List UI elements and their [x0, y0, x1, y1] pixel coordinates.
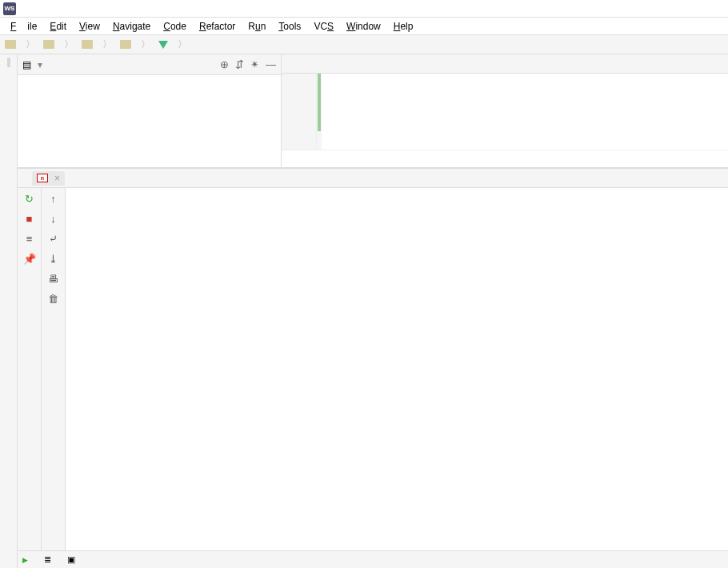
down-icon[interactable]: ↓ — [50, 213, 56, 225]
breadcrumb-root[interactable]: 〉 — [2, 36, 40, 54]
vue-icon — [158, 41, 168, 49]
bottom-tool-stripe: ▶ ≣ ▣ — [18, 550, 728, 568]
chevron-right-icon: 〉 — [141, 38, 150, 51]
clear-icon[interactable]: 🗑 — [48, 293, 58, 305]
project-view-icon: ▤ — [22, 59, 31, 70]
menu-bar: File Edit View Navigate Code Refactor Ru… — [0, 18, 728, 35]
chevron-right-icon: 〉 — [64, 38, 74, 51]
run-icon: ▶ — [22, 556, 28, 564]
run-toolbar-primary: ↻ ■ ≡ 📌 — [18, 188, 42, 550]
gear-icon[interactable]: ✴ — [250, 58, 259, 70]
folder-icon — [43, 40, 54, 49]
line-numbers — [282, 74, 317, 150]
menu-refactor[interactable]: Refactor — [194, 19, 241, 34]
locate-icon[interactable]: ⊕ — [220, 58, 229, 70]
console-output[interactable] — [66, 188, 728, 550]
title-bar: WS — [0, 0, 728, 18]
hide-icon[interactable]: — — [266, 58, 276, 70]
collapse-icon[interactable]: ⇵ — [235, 58, 244, 70]
menu-code[interactable]: Code — [158, 19, 192, 34]
webstorm-icon: WS — [3, 2, 16, 15]
menu-run[interactable]: Run — [242, 19, 271, 34]
up-icon[interactable]: ↑ — [50, 193, 56, 205]
tool-tab-favorites[interactable] — [7, 558, 10, 568]
folder-icon — [5, 40, 16, 49]
chevron-right-icon: 〉 — [26, 38, 35, 51]
editor-panel — [282, 54, 728, 167]
menu-window[interactable]: Window — [341, 19, 386, 34]
npm-icon: n — [37, 174, 48, 182]
editor-breadcrumb — [282, 150, 728, 167]
project-tree[interactable] — [18, 75, 281, 167]
breadcrumb-item[interactable]: 〉 — [117, 36, 155, 54]
breadcrumb-item[interactable]: 〉 — [40, 36, 78, 54]
menu-file[interactable]: File — [5, 19, 42, 34]
tool-tab-project[interactable] — [7, 58, 10, 67]
project-panel: ▤ ▾ ⊕ ⇵ ✴ — — [18, 54, 282, 167]
menu-help[interactable]: Help — [388, 19, 419, 34]
navigation-bar: 〉 〉 〉 〉 〉 — [0, 35, 728, 54]
editor-tabs — [282, 54, 728, 74]
breadcrumb-item[interactable]: 〉 — [155, 36, 192, 54]
run-panel: n × ↻ ■ ≡ 📌 ↑ ↓ ⤶ ⤓ 🖶 🗑 — [18, 168, 728, 550]
stop-icon[interactable]: ■ — [26, 213, 33, 225]
chevron-right-icon: 〉 — [178, 38, 187, 51]
menu-tools[interactable]: Tools — [273, 19, 306, 34]
scroll-end-icon[interactable]: ⤓ — [49, 253, 58, 265]
folder-icon — [120, 40, 131, 49]
tool-tab-todo[interactable]: ≣ — [44, 554, 54, 565]
chevron-right-icon: 〉 — [102, 38, 112, 51]
breadcrumb-item[interactable]: 〉 — [78, 36, 117, 54]
menu-view[interactable]: View — [74, 19, 106, 34]
folder-icon — [82, 40, 93, 49]
menu-edit[interactable]: Edit — [44, 19, 72, 34]
print-icon[interactable]: 🖶 — [48, 273, 58, 285]
code-area[interactable] — [322, 74, 728, 150]
tool-tab-run[interactable]: ▶ — [22, 556, 31, 564]
tool-tab-structure[interactable] — [7, 69, 10, 78]
run-config-tab[interactable]: n × — [32, 171, 65, 186]
rerun-icon[interactable]: ↻ — [25, 193, 34, 205]
chevron-down-icon[interactable]: ▾ — [38, 59, 42, 70]
dump-threads-icon[interactable]: ≡ — [26, 233, 33, 245]
menu-vcs[interactable]: VCS — [308, 19, 339, 34]
menu-navigate[interactable]: Navigate — [107, 19, 156, 34]
soft-wrap-icon[interactable]: ⤶ — [49, 233, 58, 245]
left-tool-stripe — [0, 54, 18, 568]
pin-icon[interactable]: 📌 — [23, 253, 36, 265]
run-toolbar-secondary: ↑ ↓ ⤶ ⤓ 🖶 🗑 — [42, 188, 66, 550]
tool-tab-npm[interactable] — [7, 547, 10, 557]
tool-tab-terminal[interactable]: ▣ — [67, 554, 78, 565]
close-icon[interactable]: × — [54, 173, 60, 184]
todo-icon: ≣ — [44, 554, 51, 565]
terminal-icon: ▣ — [67, 554, 75, 565]
